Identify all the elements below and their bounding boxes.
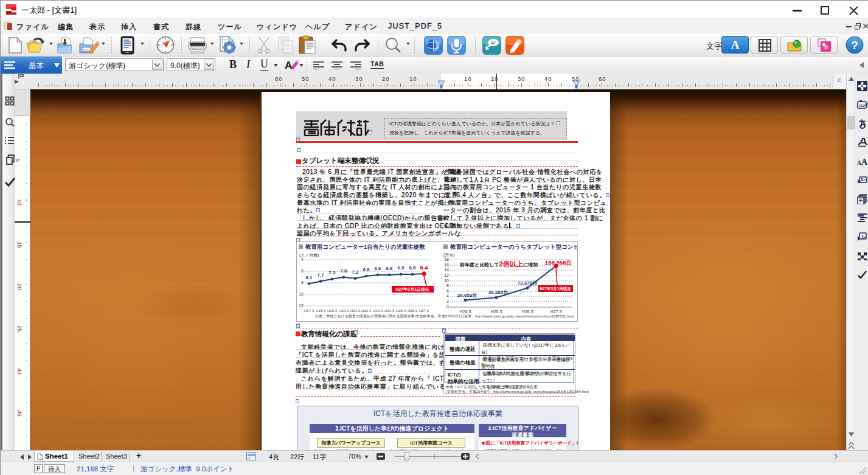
svg-text:8.1: 8.1 [305, 275, 313, 280]
svg-text:A: A [285, 60, 292, 71]
svg-text:H21.3: H21.3 [350, 309, 361, 313]
svg-text:H27.3: H27.3 [550, 310, 562, 314]
svg-text:36,285台: 36,285台 [488, 289, 508, 295]
svg-text:16: 16 [444, 263, 449, 267]
svg-text:H27年3月1日現在: H27年3月1日現在 [395, 286, 429, 292]
svg-text:4: 4 [301, 257, 304, 262]
svg-text:H17.3: H17.3 [304, 309, 314, 313]
svg-text:6.6: 6.6 [374, 266, 381, 271]
svg-text:26,653台: 26,653台 [457, 292, 477, 298]
svg-text:156,356台: 156,356台 [545, 259, 572, 266]
svg-text:0: 0 [446, 305, 449, 309]
svg-text:7.0: 7.0 [340, 268, 347, 274]
svg-text:H25.3: H25.3 [396, 309, 406, 313]
svg-text:8: 8 [301, 280, 304, 285]
svg-text:7.7: 7.7 [317, 272, 324, 278]
svg-text:2: 2 [446, 299, 449, 303]
svg-text:10: 10 [444, 279, 449, 283]
svg-text:H24.3: H24.3 [460, 310, 471, 314]
svg-text:6.4: 6.4 [420, 264, 428, 271]
svg-text:H18.3: H18.3 [316, 309, 326, 313]
svg-text:14: 14 [444, 268, 449, 272]
svg-text:前年度と比較して2倍以上に増加: 前年度と比較して2倍以上に増加 [459, 260, 538, 268]
svg-text:?: ? [851, 39, 858, 52]
svg-text:H22.3: H22.3 [361, 309, 372, 313]
svg-text:H26.3: H26.3 [522, 310, 533, 314]
svg-text:H25.3: H25.3 [491, 310, 502, 314]
svg-text:12: 12 [444, 273, 449, 277]
svg-text:H26.3: H26.3 [408, 309, 418, 313]
svg-text:6.5: 6.5 [409, 265, 416, 271]
svg-text:H27.3: H27.3 [419, 309, 429, 313]
svg-text:6: 6 [301, 269, 304, 273]
svg-text:6: 6 [446, 289, 449, 293]
svg-text:18: 18 [444, 257, 449, 262]
svg-text:出典：学校における教育の情報化の実態等に関する調査結果(文部: 出典：学校における教育の情報化の実態等に関する調査結果(文部科学省、平成27年3… [315, 314, 574, 319]
svg-text:7.3: 7.3 [328, 270, 336, 276]
svg-text:10: 10 [299, 292, 304, 296]
svg-text:6.8: 6.8 [363, 267, 370, 272]
svg-text:H27年3月1日現在: H27年3月1日現在 [540, 286, 571, 291]
svg-text:教育用コンピューターのうちタブレット型コンピューター台数: 教育用コンピューターのうちタブレット型コンピューター台数 [450, 243, 577, 251]
svg-text:H19.3: H19.3 [327, 309, 338, 313]
svg-text:教育用コンピューター1台当たりの児童生徒数: 教育用コンピューター1台当たりの児童生徒数 [305, 243, 426, 250]
svg-text:A: A [861, 158, 867, 167]
svg-text:112: 112 [859, 104, 865, 108]
svg-text:H23.3: H23.3 [373, 309, 383, 313]
svg-text:4: 4 [446, 294, 449, 298]
svg-text:8: 8 [446, 283, 449, 288]
svg-text:72,678台: 72,678台 [518, 280, 537, 286]
svg-text:H24.3: H24.3 [384, 309, 395, 313]
svg-text:7.2: 7.2 [352, 269, 359, 275]
svg-text:1-: 1- [861, 234, 866, 240]
svg-text:12: 12 [299, 303, 304, 308]
svg-text:6.6: 6.6 [386, 266, 393, 271]
svg-text:H20.3: H20.3 [339, 309, 349, 313]
svg-text:6.5: 6.5 [397, 265, 404, 271]
